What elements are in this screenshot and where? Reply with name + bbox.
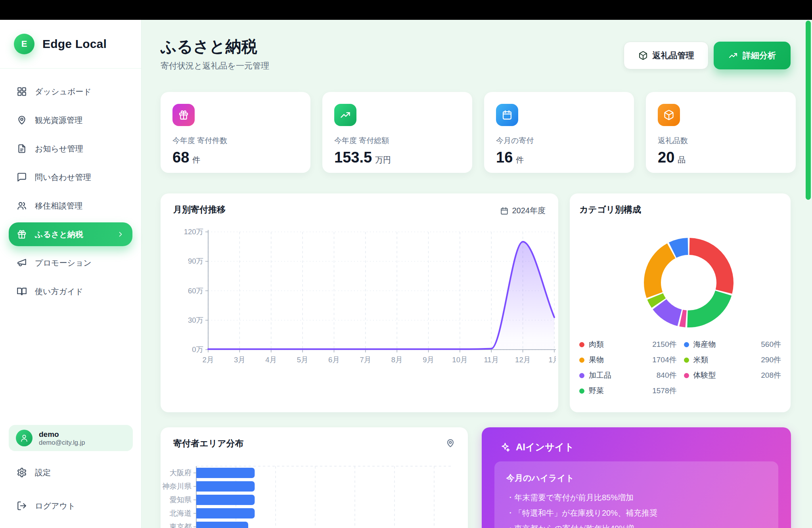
sidebar-item-promotion[interactable]: プロモーション [9,251,132,275]
sidebar-item-notices[interactable]: お知らせ管理 [9,137,132,161]
stat-unit: 万円 [375,155,391,165]
user-email: demo@city.lg.jp [39,439,85,446]
logo-badge: E [14,34,34,54]
map-pin-icon [17,115,27,125]
package-icon [638,51,648,60]
sidebar-item-logout[interactable]: ログアウト [9,494,133,518]
scrollbar-thumb[interactable] [806,21,811,200]
sidebar-item-dashboard[interactable]: ダッシュボード [9,80,132,103]
stat-label: 今年度 寄付件数 [172,136,299,146]
page-subtitle: 寄付状況と返礼品を一元管理 [161,60,269,71]
svg-text:5月: 5月 [297,356,308,364]
svg-text:8月: 8月 [391,356,403,364]
dashboard-icon [17,86,27,97]
legend-value: 2150件 [652,339,676,350]
sidebar-item-label: 問い合わせ管理 [35,172,91,183]
svg-text:7月: 7月 [360,356,371,364]
sidebar-item-label: ダッシュボード [35,86,92,97]
sidebar-item-label: ふるさと納税 [35,229,83,240]
browser-top-bar [0,0,812,20]
legend-item: 果物 1704件 [579,355,677,365]
sidebar-footer: 設定 ログアウト [0,461,142,527]
svg-text:6月: 6月 [328,356,340,364]
svg-text:愛知県: 愛知県 [170,495,192,504]
stat-value: 68 [172,149,189,166]
sidebar-item-guide[interactable]: 使い方ガイド [9,279,132,303]
gift-icon [172,104,195,126]
logo-name: Edge Local [42,37,107,51]
legend-label: 体験型 [693,370,716,381]
file-text-icon [17,143,27,154]
sidebar-item-furusato-tax[interactable]: ふるさと納税 [9,222,132,246]
ai-insight-panel: AIインサイト 今月のハイライト ・年末需要で寄付が前月比85%増加・「特選和牛… [482,427,791,528]
sidebar-item-migration[interactable]: 移住相談管理 [9,194,132,218]
legend-label: 加工品 [589,370,611,381]
monthly-trend-card: 月別寄付推移 2024年度 2月3月4月5月6月7月8月9月10月11月12月1… [161,193,558,412]
legend-value: 560件 [761,339,781,350]
trending-up-icon [334,104,356,126]
sidebar-nav: ダッシュボード 観光資源管理 お知らせ管理 問い合わせ管理 移住相談管理 ふるさ… [0,69,141,303]
user-name: demo [39,430,85,439]
reward-management-button[interactable]: 返礼品管理 [624,42,709,69]
detail-analysis-label: 詳細分析 [743,50,776,61]
legend-item: 加工品 840件 [579,370,677,381]
svg-text:60万: 60万 [188,287,203,295]
legend-item: 海産物 560件 [684,339,781,350]
chat-icon [17,172,27,182]
logo: E Edge Local [0,20,141,69]
stat-unit: 件 [516,155,524,165]
legend-dot [579,388,584,394]
user-icon [20,434,29,442]
donor-area-chart: 大阪府神奈川県愛知県北海道東京都 [161,459,468,528]
monthly-trend-chart: 2月3月4月5月6月7月8月9月10月11月12月1月0万30万60万90万12… [173,225,556,368]
svg-text:120万: 120万 [184,228,203,236]
sidebar-item-label: ログアウト [35,501,75,511]
stat-card-yearly-amount: 今年度 寄付総額 153.5 万円 [322,92,472,173]
ai-highlight-list: ・年末需要で寄付が前月比85%増加・「特選和牛」が在庫残り20%、補充推奨・東京… [506,490,766,528]
svg-text:11月: 11月 [484,356,499,364]
detail-analysis-button[interactable]: 詳細分析 [714,42,791,69]
category-breakdown-card: カテゴリ別構成 肉類 2150件 海産物 560件 果物 1704件 米類 29… [570,193,791,412]
legend-item: 体験型 208件 [684,370,781,381]
legend-dot [579,373,584,378]
trending-up-icon [728,51,738,60]
sidebar: E Edge Local ダッシュボード 観光資源管理 お知らせ管理 問い合わせ… [0,20,142,528]
sidebar-item-tourism[interactable]: 観光資源管理 [9,108,132,132]
stat-value: 20 [658,149,674,166]
svg-text:2月: 2月 [203,356,214,364]
legend-label: 果物 [589,355,604,365]
svg-text:10月: 10月 [452,356,467,364]
stat-label: 今年度 寄付総額 [334,136,460,146]
ai-highlight-title: 今月のハイライト [506,473,766,484]
sidebar-item-inquiries[interactable]: 問い合わせ管理 [9,165,132,189]
legend-dot [684,342,689,347]
legend-label: 野菜 [589,386,604,396]
stat-value: 153.5 [334,149,372,166]
legend-label: 肉類 [589,339,604,350]
legend-value: 1578件 [652,386,676,396]
user-card[interactable]: demo demo@city.lg.jp [9,425,133,451]
stat-label: 今月の寄付 [496,136,622,146]
stat-label: 返礼品数 [658,136,784,146]
log-out-icon [17,501,27,511]
svg-text:9月: 9月 [423,356,434,364]
legend-item: 肉類 2150件 [579,339,677,350]
map-pin-icon [446,438,455,448]
svg-text:0万: 0万 [192,345,203,354]
monthly-trend-title: 月別寄付推移 [173,204,226,216]
gear-icon [17,467,27,478]
svg-text:90万: 90万 [188,257,203,265]
sidebar-item-label: 観光資源管理 [35,115,82,126]
sidebar-item-label: 設定 [35,467,51,478]
sidebar-item-settings[interactable]: 設定 [9,461,133,484]
legend-dot [579,358,584,363]
page-title: ふるさと納税 [161,36,257,57]
fiscal-year-badge: 2024年度 [500,205,546,216]
stat-card-month-count: 今月の寄付 16 件 [484,92,634,173]
avatar [16,430,33,446]
svg-text:1月: 1月 [549,356,556,364]
donor-area-card: 寄付者エリア分布 大阪府神奈川県愛知県北海道東京都 [161,427,468,528]
stat-unit: 件 [192,155,200,165]
legend-value: 1704件 [652,355,676,365]
package-icon [658,104,680,126]
